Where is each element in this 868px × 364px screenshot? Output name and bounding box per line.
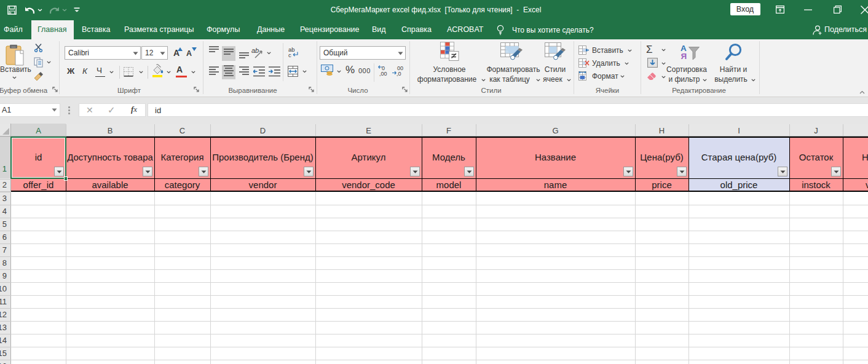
svg-text:Я: Я [681, 52, 687, 61]
svg-text:c: c [288, 52, 291, 58]
svg-text:ab: ab [251, 47, 259, 54]
